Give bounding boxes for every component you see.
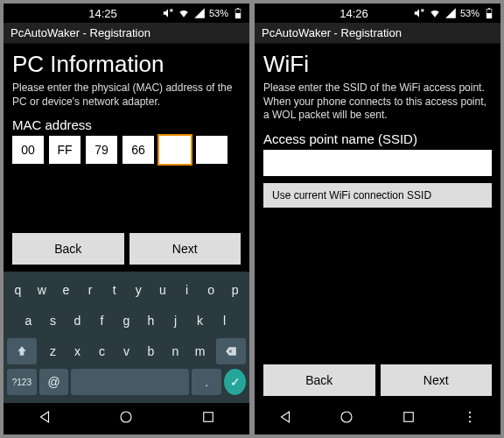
page-desc: Please enter the SSID of the WiFi access… [263,81,492,123]
status-bar: 14:26 53% [255,4,500,23]
recent-nav-icon[interactable] [401,409,416,428]
svg-rect-6 [486,13,492,18]
svg-point-11 [469,416,471,418]
key-h[interactable]: h [140,307,162,334]
phone-right: 14:26 53% PcAutoWaker - Registration WiF… [255,4,500,434]
next-button[interactable]: Next [130,233,242,265]
svg-rect-4 [204,413,214,422]
next-button[interactable]: Next [381,364,493,396]
home-nav-icon[interactable] [339,409,354,428]
phone-left: 14:25 53% PcAutoWaker - Registration PC … [4,4,249,434]
key-w[interactable]: w [32,277,53,303]
key-i[interactable]: i [176,277,198,303]
key-x[interactable]: x [66,338,88,364]
svg-point-12 [469,420,471,422]
at-key[interactable]: @ [39,369,69,395]
key-a[interactable]: a [18,307,39,334]
mac-octet-5[interactable] [159,136,191,164]
status-icons: 53% [162,7,244,19]
keyboard: qwertyuiop asdfghjkl zxcvbnm ?123 @ . ✓ [4,272,249,403]
app-header: PcAutoWaker - Registration [4,23,249,44]
overflow-icon[interactable] [462,409,478,428]
key-g[interactable]: g [116,307,137,334]
field-label: Access point name (SSID) [263,131,492,146]
svg-rect-7 [488,8,490,9]
page-title: PC Information [12,51,241,78]
key-z[interactable]: z [42,338,64,364]
battery-icon [232,7,244,19]
svg-rect-9 [403,413,413,422]
mute-icon [413,7,425,19]
clock: 14:26 [295,7,413,20]
key-s[interactable]: s [42,307,64,334]
symbols-key[interactable]: ?123 [7,369,37,395]
status-bar: 14:25 53% [4,4,249,23]
svg-point-3 [121,412,131,422]
nav-buttons: Back Next [4,228,249,272]
use-current-ssid-button[interactable]: Use current WiFi connection SSID [263,183,492,208]
key-t[interactable]: t [103,277,125,303]
key-d[interactable]: d [66,307,88,334]
key-e[interactable]: e [55,277,77,303]
key-b[interactable]: b [140,338,162,364]
key-f[interactable]: f [91,307,113,334]
key-l[interactable]: l [214,307,235,334]
mac-octet-4[interactable]: 66 [122,136,154,164]
mac-octet-2[interactable]: FF [49,136,80,164]
content-area: PC Information Please enter the physical… [4,44,249,228]
key-j[interactable]: j [164,307,186,334]
mute-icon [162,7,174,19]
back-nav-icon[interactable] [37,409,52,428]
recent-nav-icon[interactable] [200,409,216,428]
key-c[interactable]: c [91,338,113,364]
key-r[interactable]: r [80,277,102,303]
dot-key[interactable]: . [192,369,221,395]
signal-icon [444,7,457,19]
status-icons: 53% [413,7,495,19]
key-m[interactable]: m [189,338,211,364]
battery-text: 53% [209,8,228,18]
nav-buttons: Back Next [255,359,500,403]
svg-rect-1 [235,13,241,18]
clock: 14:25 [44,7,162,20]
battery-icon [483,7,495,19]
back-button[interactable]: Back [263,364,375,396]
key-y[interactable]: y [128,277,150,303]
page-title: WiFi [263,51,492,78]
space-key[interactable] [71,369,189,395]
key-n[interactable]: n [164,338,186,364]
mac-octet-3[interactable]: 79 [86,136,117,164]
field-label: MAC address [12,117,241,132]
key-v[interactable]: v [116,338,137,364]
svg-point-8 [341,412,352,422]
enter-key[interactable]: ✓ [224,369,246,395]
kb-row-4: ?123 @ . ✓ [7,369,246,395]
svg-rect-2 [237,8,239,9]
key-p[interactable]: p [224,277,246,303]
mac-octet-6[interactable] [196,136,228,164]
svg-point-10 [469,412,471,413]
key-o[interactable]: o [200,277,222,303]
mac-octet-1[interactable]: 00 [12,136,44,164]
shift-key[interactable] [7,338,37,364]
mac-input-row: 00 FF 79 66 [12,136,241,164]
kb-row-2: asdfghjkl [7,307,246,334]
key-k[interactable]: k [189,307,211,334]
back-button[interactable]: Back [12,233,124,265]
ssid-input[interactable] [263,150,492,176]
backspace-key[interactable] [216,338,246,364]
system-navbar [4,403,249,434]
page-desc: Please enter the physical (MAC) address … [12,81,241,109]
home-nav-icon[interactable] [118,409,134,428]
wifi-icon [178,7,190,19]
key-q[interactable]: q [7,277,29,303]
battery-text: 53% [460,8,480,18]
back-nav-icon[interactable] [277,409,293,428]
key-u[interactable]: u [152,277,174,303]
content-area: WiFi Please enter the SSID of the WiFi a… [255,44,500,359]
app-header: PcAutoWaker - Registration [255,23,500,44]
signal-icon [193,7,206,19]
wifi-icon [429,7,441,19]
kb-row-3: zxcvbnm [7,338,246,364]
system-navbar [255,403,500,434]
